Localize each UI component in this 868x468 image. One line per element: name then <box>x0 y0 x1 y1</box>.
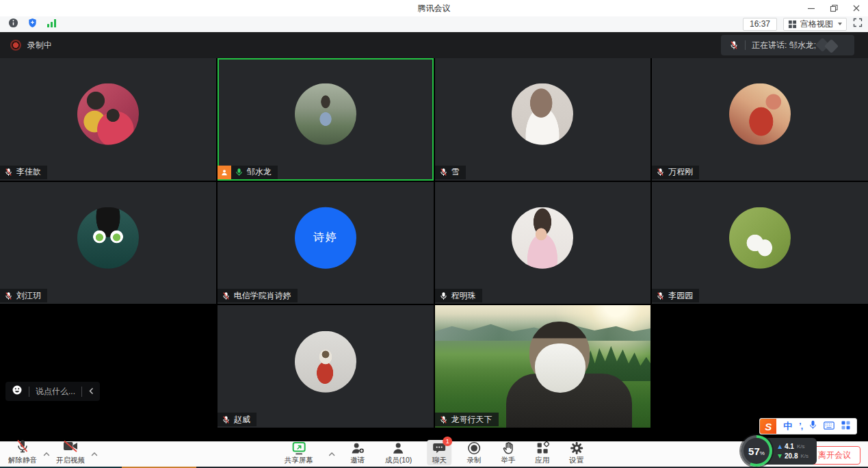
share-label: 共享屏幕 <box>285 456 313 465</box>
window-controls <box>806 0 861 16</box>
restore-icon[interactable] <box>829 3 839 13</box>
chat-label: 聊天 <box>432 456 447 465</box>
sogou-logo-icon[interactable]: S <box>760 419 776 434</box>
fullscreen-icon[interactable] <box>853 18 863 30</box>
audio-video-controls: 解除静音 开启视频 <box>7 439 98 465</box>
members-icon <box>391 441 406 455</box>
camera-off-icon <box>62 439 79 455</box>
chat-quickbar[interactable]: 说点什么... <box>5 382 100 401</box>
close-icon[interactable] <box>852 3 861 13</box>
security-shield-icon[interactable] <box>27 18 38 31</box>
mic-on-icon <box>235 168 244 177</box>
toolbar-invite-button[interactable]: 邀请 <box>345 440 370 465</box>
toolbar-right: 16:37 宫格视图 <box>743 18 868 31</box>
ime-voice-icon[interactable] <box>809 420 817 432</box>
cpu-usage-gauge[interactable]: 57% <box>741 435 772 467</box>
audio-options-caret[interactable] <box>43 452 50 456</box>
collapse-chevron-left-icon[interactable] <box>88 385 94 398</box>
minimize-icon[interactable] <box>806 3 816 13</box>
participant-name: 李园园 <box>668 290 693 302</box>
bottom-toolbar: 解除静音 开启视频 共享屏幕邀请成员(10)聊天1录制举手应用设置 离开会议 <box>0 441 868 467</box>
participant-avatar <box>77 207 139 269</box>
participant-name-label: 电信学院肖诗婷 <box>218 289 298 302</box>
host-badge-icon <box>218 166 231 179</box>
participant-tile-5[interactable]: 刘江玥 <box>0 182 216 304</box>
toolbar-record-button[interactable]: 录制 <box>462 440 486 465</box>
participant-tile-4[interactable]: 万程刚 <box>652 58 868 181</box>
participant-avatar: 诗婷 <box>295 207 356 269</box>
participant-avatar <box>77 83 139 145</box>
participant-name-label: 刘江玥 <box>0 289 47 302</box>
participant-avatar <box>512 207 573 269</box>
apps-label: 应用 <box>535 456 549 465</box>
members-label: 成员(10) <box>385 456 412 465</box>
settings-label: 设置 <box>569 456 583 465</box>
participant-name: 程明珠 <box>451 290 476 302</box>
video-area: 录制中 正在讲话: 邹水龙; 李佳歆邹水龙雪万程刚刘江玥诗婷电信学院肖诗婷程明珠… <box>0 32 868 441</box>
toolbar-share-button[interactable]: 共享屏幕 <box>280 440 318 465</box>
invite-icon <box>350 441 365 455</box>
ime-punctuation-toggle[interactable]: ’, <box>799 421 802 431</box>
mic-muted-icon <box>439 415 448 424</box>
unmute-label: 解除静音 <box>8 456 37 465</box>
participant-name: 龙哥行天下 <box>451 414 492 426</box>
mic-muted-icon <box>656 168 665 177</box>
toolbar-chat-button[interactable]: 聊天1 <box>427 440 451 465</box>
invite-label: 邀请 <box>350 456 365 465</box>
download-speed: 20.8 K/s <box>778 452 817 460</box>
ime-toolbar[interactable]: S 中 ’, <box>759 418 857 434</box>
unmute-button[interactable]: 解除静音 <box>7 439 38 465</box>
view-mode-dropdown[interactable]: 宫格视图 <box>783 18 847 31</box>
ime-keyboard-icon[interactable] <box>824 420 834 432</box>
share-options-caret[interactable] <box>328 452 335 456</box>
toolbar-settings-button[interactable]: 设置 <box>564 440 588 465</box>
participant-name-label: 李园园 <box>652 289 699 302</box>
participant-tile-10[interactable]: 龙哥行天下 <box>435 305 651 428</box>
participant-avatar <box>295 330 356 392</box>
participant-name: 万程刚 <box>668 166 693 178</box>
network-signal-icon[interactable] <box>47 18 57 30</box>
record-label: 录制 <box>466 456 481 465</box>
hand-icon <box>501 441 515 455</box>
download-arrow-icon <box>778 454 782 458</box>
meeting-timer: 16:37 <box>743 18 777 31</box>
start-video-button[interactable]: 开启视频 <box>55 439 86 465</box>
unread-badge: 1 <box>443 437 452 446</box>
participant-tile-1[interactable]: 李佳歆 <box>0 58 216 181</box>
mic-muted-icon <box>4 168 13 177</box>
participant-name: 雪 <box>451 166 460 178</box>
participant-avatar <box>512 83 573 145</box>
participant-name-label: 赵威 <box>218 413 257 426</box>
divider <box>745 40 746 50</box>
participant-avatar <box>729 83 791 145</box>
participant-name-label: 李佳歆 <box>0 166 47 179</box>
participant-name-label: 雪 <box>435 166 466 179</box>
mic-muted-icon <box>222 415 231 424</box>
meeting-info-icon[interactable] <box>8 18 18 31</box>
participant-tile-9[interactable]: 赵威 <box>218 305 434 428</box>
participant-tile-6[interactable]: 诗婷电信学院肖诗婷 <box>218 182 434 304</box>
participant-name-label: 邹水龙 <box>218 166 278 179</box>
active-speaker-label: 正在讲话: 邹水龙; <box>752 40 816 51</box>
participant-tile-2[interactable]: 邹水龙 <box>218 58 434 181</box>
ime-language-toggle[interactable]: 中 <box>783 420 792 432</box>
participant-tile-3[interactable]: 雪 <box>435 58 651 181</box>
video-options-caret[interactable] <box>91 452 98 456</box>
chat-input-placeholder[interactable]: 说点什么... <box>36 386 75 398</box>
participant-name-label: 万程刚 <box>652 166 699 179</box>
apps-icon <box>536 441 549 455</box>
upload-speed: 4.1 K/s <box>778 443 817 450</box>
toolbar-apps-button[interactable]: 应用 <box>530 440 554 465</box>
download-unit: K/s <box>800 453 808 459</box>
participant-tile-7[interactable]: 程明珠 <box>435 182 651 304</box>
participant-name: 赵威 <box>234 414 250 426</box>
upload-unit: K/s <box>797 443 805 450</box>
window-title: 腾讯会议 <box>0 0 868 16</box>
toolbar-members-button[interactable]: 成员(10) <box>380 440 417 465</box>
participant-tile-8[interactable]: 李园园 <box>652 182 868 304</box>
toolbar-hand-button[interactable]: 举手 <box>496 440 520 465</box>
emoji-icon[interactable] <box>12 385 23 398</box>
divider <box>81 387 82 397</box>
ime-toolbox-icon[interactable] <box>841 420 850 432</box>
mic-muted-icon <box>222 291 231 300</box>
